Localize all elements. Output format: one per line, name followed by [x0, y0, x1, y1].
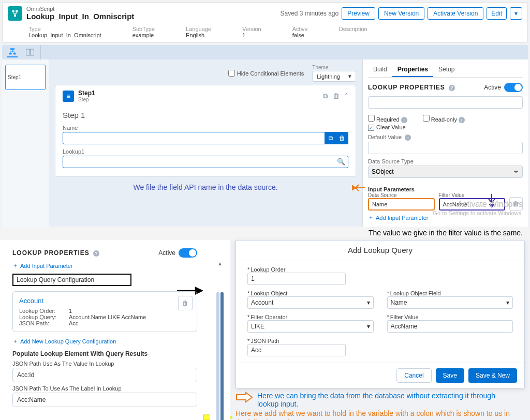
copy-icon[interactable]: ⧉ [325, 132, 336, 144]
chevron-down-icon: ▾ [367, 323, 370, 330]
filter-operator-select[interactable]: LIKE▾ [247, 320, 374, 333]
lookup-order-input[interactable]: 1 [247, 273, 346, 285]
lookup-object-select[interactable]: Account▾ [247, 296, 374, 309]
modal-filter-value-input[interactable]: AccName [387, 320, 513, 333]
copy-icon[interactable]: ⧉ [323, 92, 328, 100]
svg-rect-1 [16, 10, 18, 12]
meta-subtype-value: example [132, 32, 155, 38]
lookup-object-field-select[interactable]: Name▾ [387, 296, 513, 309]
modal-filter-value-label: Filter Value [387, 314, 513, 320]
input-parameters-header: Input Parameters [368, 186, 523, 192]
delete-icon[interactable]: 🗑 [333, 92, 340, 100]
page-header: OmniScript Lookup_Input_In_Omniscript Sa… [2, 2, 528, 43]
populate-header: Populate Lookup Element With Query Resul… [12, 350, 197, 357]
meta-description-label: Description [339, 26, 367, 32]
saved-indicator: Saved 3 minutes ago [280, 10, 338, 17]
save-and-new-button[interactable]: Save & New [468, 368, 517, 383]
info-icon[interactable]: i [405, 134, 411, 141]
readonly-checkbox[interactable] [423, 115, 430, 122]
add-lookup-query-link[interactable]: ＋ Add New Lookup Query Configuration [12, 337, 197, 345]
scrollbar-gutter: ▲ [210, 240, 230, 420]
annotation-yellow: Here we add what we want to hold in the … [235, 409, 525, 417]
page-title: Lookup_Input_In_Omniscript [26, 12, 134, 21]
omniscript-app-icon [8, 6, 22, 21]
split-view-icon[interactable] [25, 47, 35, 57]
theme-value: Lightning [317, 73, 340, 80]
jsonpath-label: JSON Path [247, 338, 513, 344]
lookup-query-config-header: Lookup Query Configuration [12, 274, 131, 286]
jsonpath-value-input[interactable]: Acc:Id [12, 368, 197, 382]
theme-label: Theme [312, 65, 356, 70]
step-name: Step1 [78, 89, 95, 97]
svg-rect-2 [14, 14, 16, 17]
tab-setup[interactable]: Setup [433, 63, 460, 77]
delete-param-button[interactable]: 🗑 [509, 197, 523, 211]
tab-build[interactable]: Build [368, 63, 392, 77]
active-label: Active [484, 84, 501, 91]
clearvalue-checkbox[interactable]: ✓ [368, 125, 374, 131]
step-card: ≡ Step1 Step ⧉ 🗑 ˄ Step 1 Name [55, 85, 356, 177]
filter-operator-label: Filter Operator [247, 314, 374, 320]
kv-key: Lookup Query: [19, 314, 69, 320]
chevron-down-icon: ▾ [367, 299, 370, 306]
default-value-input[interactable] [368, 142, 523, 154]
jsonpath-label-input[interactable]: Acc:Name [12, 393, 197, 407]
help-icon[interactable]: ? [449, 85, 455, 91]
add-lookup-query-modal: Add Lookup Query Lookup Order1 Lookup Ob… [235, 240, 525, 388]
info-icon[interactable]: i [459, 117, 465, 123]
arrow-down-icon [487, 193, 497, 207]
svg-rect-6 [26, 49, 30, 55]
required-checkbox[interactable] [368, 115, 375, 122]
save-button[interactable]: Save [436, 368, 464, 383]
jsonpath-input[interactable]: Acc [247, 344, 346, 356]
meta-type-value: Lookup_Input_In_Omniscript [28, 32, 101, 38]
add-input-parameter-link[interactable]: ＋ Add Input Parameter [12, 262, 197, 269]
datasource-label: Data Source [368, 192, 435, 198]
add-input-parameter-link[interactable]: ＋ Add Input Parameter [368, 214, 523, 221]
preview-button[interactable]: Preview [342, 7, 375, 20]
jsonpath-value-label: JSON Path Use As The Value In Lookup [12, 361, 197, 367]
datasourcetype-label: Data Source Type [368, 158, 523, 164]
active-label: Active [158, 249, 175, 257]
annotation-orange: lookup input. [257, 400, 495, 408]
delete-icon[interactable]: 🗑 [336, 132, 348, 144]
query-object-title: Account [19, 297, 190, 305]
help-icon[interactable]: ? [93, 250, 99, 257]
lookup-input[interactable] [63, 156, 348, 168]
lookup-object-label: Lookup Object [247, 290, 374, 296]
search-icon[interactable]: 🔍 [337, 158, 345, 166]
cancel-button[interactable]: Cancel [396, 368, 431, 383]
datasourcetype-select[interactable]: SObject [368, 166, 523, 178]
edit-button[interactable]: Edit [487, 7, 507, 20]
breadcrumb: OmniScript [26, 6, 134, 12]
step-type-label: Step [78, 97, 95, 102]
collapse-icon[interactable]: ˄ [345, 92, 348, 100]
default-value-label: Default Value [368, 134, 402, 140]
edit-menu-button[interactable]: ▾ [510, 7, 522, 20]
meta-active-value: false [292, 32, 308, 38]
lookup-name-input[interactable] [368, 96, 523, 109]
meta-language-label: Language [186, 26, 211, 32]
delete-query-button[interactable]: 🗑 [178, 296, 193, 310]
active-toggle[interactable] [179, 248, 197, 258]
scroll-up-icon[interactable]: ▲ [217, 261, 223, 266]
section-title: LOOKUP PROPERTIES [12, 249, 90, 257]
info-icon[interactable]: i [401, 117, 407, 123]
step-nav-item[interactable]: Step1 [5, 65, 46, 90]
active-toggle[interactable] [504, 83, 523, 92]
name-field-label: Name [63, 125, 348, 131]
theme-select[interactable]: Lightning▾ [312, 71, 356, 82]
tree-view-icon[interactable] [7, 47, 18, 57]
hide-conditional-checkbox[interactable]: Hide Conditional Elements [228, 70, 304, 77]
new-version-button[interactable]: New Version [378, 7, 424, 20]
lookup-query-card: 🗑 Account Lookup Order:1 Lookup Query:Ac… [12, 291, 197, 332]
name-input[interactable] [63, 132, 325, 144]
chevron-down-icon: ▾ [506, 299, 509, 306]
tab-properties[interactable]: Properties [392, 63, 433, 77]
kv-val: 1 [69, 308, 72, 314]
kv-val: Acc [69, 320, 78, 326]
meta-subtype-label: SubType [132, 26, 155, 32]
activate-version-button[interactable]: Activate Version [428, 7, 483, 20]
datasource-input[interactable]: Name [368, 198, 435, 211]
kv-key: Lookup Order: [19, 308, 69, 314]
